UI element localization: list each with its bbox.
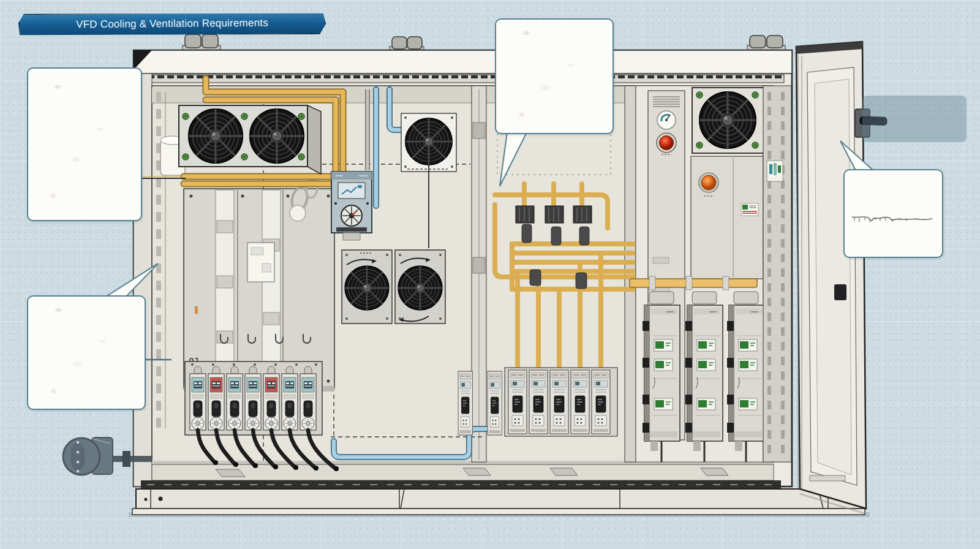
right-bay: [630, 86, 764, 462]
roof-vent-cap: [183, 34, 785, 51]
motor-starter-row: [185, 362, 322, 435]
callout-door-text: [850, 175, 937, 252]
vfd-drive-1: [643, 305, 680, 441]
highlight-overlay: [862, 96, 967, 142]
vfd-drive-2: [685, 305, 723, 441]
right-wall: [763, 86, 791, 462]
cabinet-illustration: 01: [0, 0, 980, 549]
cable-tray: [630, 276, 757, 290]
door-latch: [834, 284, 846, 300]
vfd-drive-bank: [643, 292, 764, 462]
title-banner-label: VFD Cooling & Ventilation Requirements: [76, 17, 268, 31]
callout-door-note: [843, 169, 943, 258]
title-banner: VFD Cooling & Ventilation Requirements: [18, 11, 326, 37]
control-gauge-box: [331, 172, 372, 240]
callout-top-center-text: [501, 25, 608, 128]
plinth-base: [132, 489, 865, 515]
callout-left-bottom: [27, 295, 146, 410]
callout-left-bottom-text: [33, 301, 140, 404]
vfd-drive-3: [727, 305, 764, 441]
callout-left-top: [27, 67, 142, 221]
warning-label: [741, 203, 758, 216]
callout-top-center: [495, 18, 614, 134]
pressure-gauge: [657, 111, 676, 129]
status-screen: [338, 183, 365, 199]
cooling-fan-unit-right: [692, 88, 764, 153]
dual-fan-cooling-unit: [179, 105, 321, 174]
callout-left-top-text: [33, 74, 136, 215]
